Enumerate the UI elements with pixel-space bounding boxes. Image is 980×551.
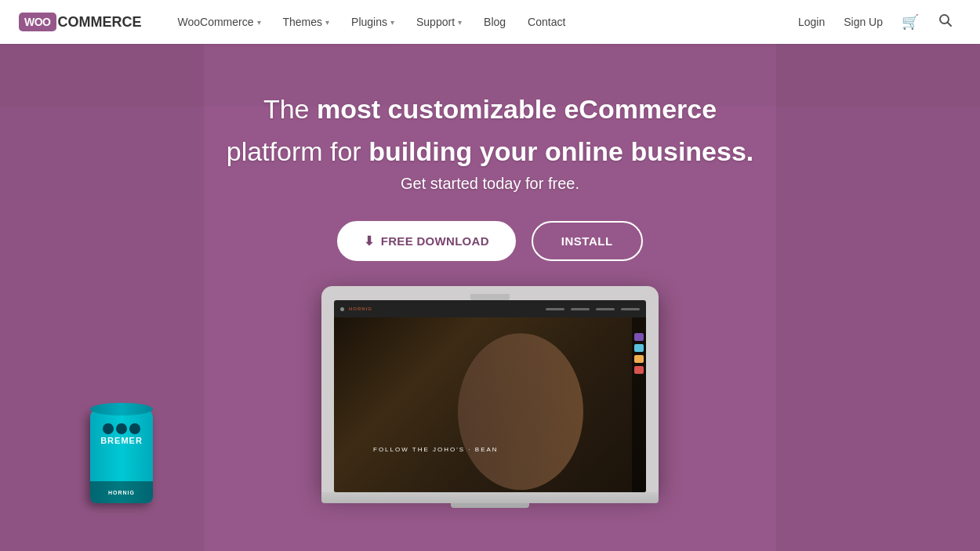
can-bottom-strip: HORNIG bbox=[90, 481, 153, 503]
can-label: BREMER bbox=[90, 423, 153, 446]
screen-person-figure bbox=[442, 333, 599, 490]
hero-laptop-area: BREMER HORNIG HORNIG bbox=[0, 286, 980, 503]
logo-commerce-text: COMMERCE bbox=[58, 14, 142, 31]
logo-woo-text: WOO bbox=[24, 16, 51, 28]
chevron-down-icon: ▾ bbox=[257, 18, 261, 27]
screen-sidebar bbox=[632, 317, 646, 492]
logo-box: WOO bbox=[19, 13, 56, 31]
nav-item-themes[interactable]: Themes ▾ bbox=[272, 0, 341, 44]
screen-brand: HORNIG bbox=[349, 306, 372, 311]
cart-icon: 🛒 bbox=[902, 13, 919, 31]
laptop-camera-notch bbox=[470, 294, 510, 300]
navbar: WOO COMMERCE WooCommerce ▾ Themes ▾ Plug… bbox=[0, 0, 980, 44]
screen-nav-link-2 bbox=[571, 308, 590, 310]
hero-tagline-line1: The most customizable eCommerce bbox=[227, 91, 754, 129]
screen-navbar: HORNIG bbox=[334, 300, 646, 317]
screen-nav-link-1 bbox=[546, 308, 564, 310]
product-can: BREMER HORNIG bbox=[90, 409, 153, 503]
chevron-down-icon: ▾ bbox=[390, 18, 394, 27]
screen-text-overlay: FOLLOW THE JOHO'S · BEAN bbox=[373, 446, 499, 453]
laptop-base bbox=[321, 492, 659, 503]
search-icon bbox=[938, 13, 953, 31]
screen-sidebar-btn-2 bbox=[634, 344, 644, 352]
nav-item-login[interactable]: Login bbox=[790, 0, 833, 44]
nav-item-support[interactable]: Support ▾ bbox=[405, 0, 473, 44]
screen-nav-link-4 bbox=[621, 308, 640, 310]
screen-nav-links bbox=[546, 308, 640, 310]
hero-tagline-line2: platform for building your online busine… bbox=[227, 133, 754, 171]
free-download-button[interactable]: ⬇ FREE DOWNLOAD bbox=[337, 221, 515, 261]
can-icon bbox=[90, 423, 153, 434]
chevron-down-icon: ▾ bbox=[325, 18, 329, 27]
screen-sidebar-btn-3 bbox=[634, 355, 644, 363]
install-button[interactable]: INSTALL bbox=[532, 221, 643, 261]
hero-buttons: ⬇ FREE DOWNLOAD INSTALL bbox=[227, 221, 754, 261]
nav-item-cart[interactable]: 🛒 bbox=[894, 0, 927, 44]
logo[interactable]: WOO COMMERCE bbox=[19, 13, 142, 31]
screen-sidebar-btn-1 bbox=[634, 333, 644, 341]
svg-line-1 bbox=[948, 22, 952, 26]
can-brand-text: BREMER bbox=[90, 436, 153, 446]
laptop-screen: HORNIG FOLLOW THE JOHO'S · BEAN bbox=[334, 300, 646, 492]
nav-item-plugins[interactable]: Plugins ▾ bbox=[340, 0, 405, 44]
screen-sidebar-btn-4 bbox=[634, 366, 644, 374]
search-button[interactable] bbox=[930, 6, 961, 38]
hero-sub-tagline: Get started today for free. bbox=[227, 175, 754, 193]
screen-hero-image: FOLLOW THE JOHO'S · BEAN bbox=[334, 317, 646, 492]
nav-item-woocommerce[interactable]: WooCommerce ▾ bbox=[167, 0, 272, 44]
nav-links: WooCommerce ▾ Themes ▾ Plugins ▾ Support… bbox=[167, 0, 790, 44]
nav-item-blog[interactable]: Blog bbox=[473, 0, 517, 44]
nav-item-signup[interactable]: Sign Up bbox=[836, 0, 891, 44]
screen-hero-bg: FOLLOW THE JOHO'S · BEAN bbox=[334, 317, 646, 492]
download-icon: ⬇ bbox=[364, 234, 374, 248]
can-bottom-label: HORNIG bbox=[108, 490, 135, 495]
chevron-down-icon: ▾ bbox=[458, 18, 462, 27]
can-icon-circle-2 bbox=[116, 423, 127, 434]
hero-section: The most customizable eCommerce platform… bbox=[0, 44, 980, 551]
nav-right: Login Sign Up 🛒 bbox=[790, 0, 961, 44]
laptop-mockup: HORNIG FOLLOW THE JOHO'S · BEAN bbox=[321, 286, 659, 503]
can-body: BREMER HORNIG bbox=[90, 409, 153, 503]
nav-item-contact[interactable]: Contact bbox=[517, 0, 576, 44]
can-top bbox=[90, 403, 153, 415]
screen-brand-dot bbox=[340, 307, 344, 311]
can-icon-circle-1 bbox=[103, 423, 114, 434]
hero-content: The most customizable eCommerce platform… bbox=[227, 91, 754, 261]
screen-nav-link-3 bbox=[596, 308, 615, 310]
laptop-screen-outer: HORNIG FOLLOW THE JOHO'S · BEAN bbox=[321, 286, 659, 492]
can-icon-circle-3 bbox=[129, 423, 140, 434]
